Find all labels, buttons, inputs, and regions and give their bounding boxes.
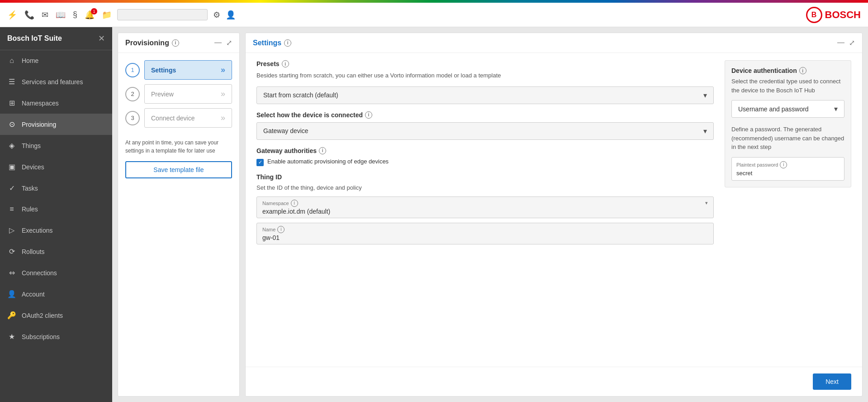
share-icon[interactable]: ⚡ bbox=[7, 10, 17, 20]
sidebar-item-label-connections: Connections bbox=[22, 269, 57, 277]
sidebar-item-executions[interactable]: ▷ Executions bbox=[0, 220, 112, 241]
password-field[interactable]: Plaintext password i secret bbox=[731, 157, 844, 181]
device-auth-title: Device authentication i bbox=[731, 67, 844, 74]
folder-icon[interactable]: 📁 bbox=[102, 10, 112, 20]
connections-icon: ⇔ bbox=[7, 268, 16, 277]
provisioning-minimize-icon[interactable]: — bbox=[214, 38, 222, 47]
provisioning-panel-header: Provisioning i — ⤢ bbox=[118, 33, 239, 53]
sidebar-title: Bosch IoT Suite bbox=[7, 34, 62, 43]
rules-icon: ≡ bbox=[7, 205, 16, 213]
settings-info-icon[interactable]: i bbox=[284, 39, 291, 47]
namespaces-icon: ⊞ bbox=[7, 99, 16, 107]
provisioning-expand-icon[interactable]: ⤢ bbox=[226, 38, 232, 47]
provisioning-body: 1 Settings » 2 Preview » bbox=[118, 53, 239, 396]
book-icon[interactable]: 📖 bbox=[56, 10, 66, 20]
sidebar-item-label-rollouts: Rollouts bbox=[22, 248, 45, 255]
main-content: Provisioning i — ⤢ 1 Settings » bbox=[112, 27, 868, 402]
sidebar-item-label-oauth2: OAuth2 clients bbox=[22, 312, 63, 319]
step-button-connect[interactable]: Connect device » bbox=[144, 108, 232, 128]
name-field-group[interactable]: Name i gw-01 bbox=[256, 223, 714, 244]
presets-dropdown[interactable]: Start from scratch (default) ▾ bbox=[256, 86, 714, 104]
email-icon[interactable]: ✉ bbox=[42, 10, 48, 20]
step-number-2: 2 bbox=[125, 87, 140, 101]
connection-section-title: Select how the device is connected i bbox=[256, 111, 714, 119]
sidebar-item-subscriptions[interactable]: ★ Subscriptions bbox=[0, 326, 112, 347]
namespace-field-group[interactable]: Namespace i ▾ example.iot.dm (default) bbox=[256, 196, 714, 218]
gateway-checkbox[interactable]: ✓ bbox=[256, 159, 264, 166]
sidebar-nav: ⌂ Home ☰ Services and features ⊞ Namespa… bbox=[0, 50, 112, 402]
gateway-authorities-title: Gateway authorities i bbox=[256, 147, 714, 154]
sidebar-item-provisioning[interactable]: ⊙ Provisioning bbox=[0, 114, 112, 135]
sidebar-item-oauth2[interactable]: 🔑 OAuth2 clients bbox=[0, 305, 112, 326]
home-icon: ⌂ bbox=[7, 57, 16, 65]
sidebar-item-things[interactable]: ◈ Things bbox=[0, 135, 112, 156]
step-item-1: 1 Settings » bbox=[125, 60, 232, 80]
settings-footer: Next bbox=[246, 367, 862, 396]
next-button[interactable]: Next bbox=[813, 373, 851, 390]
sidebar-item-label-services: Services and features bbox=[22, 78, 83, 86]
thing-id-section: Thing ID Set the ID of the thing, device… bbox=[256, 173, 714, 244]
step-button-settings[interactable]: Settings » bbox=[144, 60, 232, 80]
provisioning-panel-title: Provisioning i bbox=[125, 39, 179, 47]
presets-info-icon[interactable]: i bbox=[282, 60, 289, 67]
settings-panel-title: Settings i bbox=[253, 39, 291, 47]
account-icon: 👤 bbox=[7, 290, 16, 298]
sidebar-item-services[interactable]: ☰ Services and features bbox=[0, 71, 112, 92]
device-auth-info-icon[interactable]: i bbox=[799, 67, 806, 74]
provisioning-panel-controls: — ⤢ bbox=[214, 38, 232, 47]
sidebar-item-namespaces[interactable]: ⊞ Namespaces bbox=[0, 92, 112, 114]
executions-icon: ▷ bbox=[7, 226, 16, 234]
services-icon: ☰ bbox=[7, 77, 16, 86]
sidebar-item-label-devices: Devices bbox=[22, 163, 44, 171]
user-icon[interactable]: 👤 bbox=[226, 10, 236, 20]
oauth2-icon: 🔑 bbox=[7, 311, 16, 320]
settings-panel-header: Settings i — ⤢ bbox=[246, 33, 862, 53]
password-info-icon[interactable]: i bbox=[780, 161, 787, 168]
step-list: 1 Settings » 2 Preview » bbox=[125, 60, 232, 128]
sidebar-item-rules[interactable]: ≡ Rules bbox=[0, 199, 112, 220]
sidebar-item-label-executions: Executions bbox=[22, 227, 52, 234]
step-button-preview[interactable]: Preview » bbox=[144, 84, 232, 104]
namespace-dropdown-arrow: ▾ bbox=[705, 200, 708, 206]
sidebar-header: Bosch IoT Suite ✕ bbox=[0, 27, 112, 50]
gateway-checkbox-row: ✓ Enable automatic provisioning of edge … bbox=[256, 158, 714, 166]
sidebar-item-account[interactable]: 👤 Account bbox=[0, 283, 112, 305]
device-auth-section: Device authentication i Select the crede… bbox=[725, 60, 851, 187]
save-template-button[interactable]: Save template file bbox=[125, 161, 232, 178]
sidebar-item-label-namespaces: Namespaces bbox=[22, 100, 59, 107]
header-icons: ⚡ 📞 ✉ 📖 § 🔔 1 📁 bbox=[7, 10, 112, 20]
settings-expand-icon[interactable]: ⤢ bbox=[849, 38, 855, 47]
connection-info-icon[interactable]: i bbox=[365, 111, 372, 119]
sidebar-item-home[interactable]: ⌂ Home bbox=[0, 50, 112, 71]
provisioning-info-icon[interactable]: i bbox=[172, 39, 179, 47]
notification-icon[interactable]: 🔔 1 bbox=[85, 10, 95, 20]
sidebar-close-button[interactable]: ✕ bbox=[98, 34, 105, 43]
name-info-icon[interactable]: i bbox=[277, 226, 285, 233]
namespace-info-icon[interactable]: i bbox=[291, 200, 298, 207]
settings-body: Presets i Besides starting from scratch,… bbox=[246, 53, 862, 367]
sidebar-item-connections[interactable]: ⇔ Connections bbox=[0, 262, 112, 283]
namespace-label: Namespace i ▾ bbox=[262, 200, 708, 207]
sidebar-item-devices[interactable]: ▣ Devices bbox=[0, 156, 112, 177]
app-header: ⚡ 📞 ✉ 📖 § 🔔 1 📁 ⚙ 👤 B BOSCH bbox=[0, 3, 868, 27]
sidebar-item-label-tasks: Tasks bbox=[22, 185, 38, 192]
presets-section-title: Presets i bbox=[256, 60, 714, 67]
settings-minimize-icon[interactable]: — bbox=[837, 38, 844, 47]
name-label: Name i bbox=[262, 226, 708, 233]
auth-type-dropdown[interactable]: Username and password ▾ bbox=[731, 100, 844, 118]
password-value: secret bbox=[736, 170, 840, 177]
tag-icon[interactable]: § bbox=[73, 10, 77, 19]
sidebar-item-tasks[interactable]: ✓ Tasks bbox=[0, 177, 112, 199]
sidebar-item-rollouts[interactable]: ⟳ Rollouts bbox=[0, 241, 112, 262]
settings-icon[interactable]: ⚙ bbox=[213, 10, 220, 20]
step-chevron-1: » bbox=[221, 65, 225, 75]
presets-dropdown-arrow: ▾ bbox=[703, 91, 707, 100]
step-item-2: 2 Preview » bbox=[125, 84, 232, 104]
search-input[interactable] bbox=[117, 9, 208, 20]
connection-dropdown[interactable]: Gateway device ▾ bbox=[256, 122, 714, 140]
gateway-authorities-info-icon[interactable]: i bbox=[319, 147, 326, 154]
phone-icon[interactable]: 📞 bbox=[24, 10, 34, 20]
device-auth-desc: Select the credential type used to conne… bbox=[731, 77, 844, 95]
provisioning-icon: ⊙ bbox=[7, 120, 16, 129]
gateway-checkbox-label: Enable automatic provisioning of edge de… bbox=[267, 158, 389, 165]
